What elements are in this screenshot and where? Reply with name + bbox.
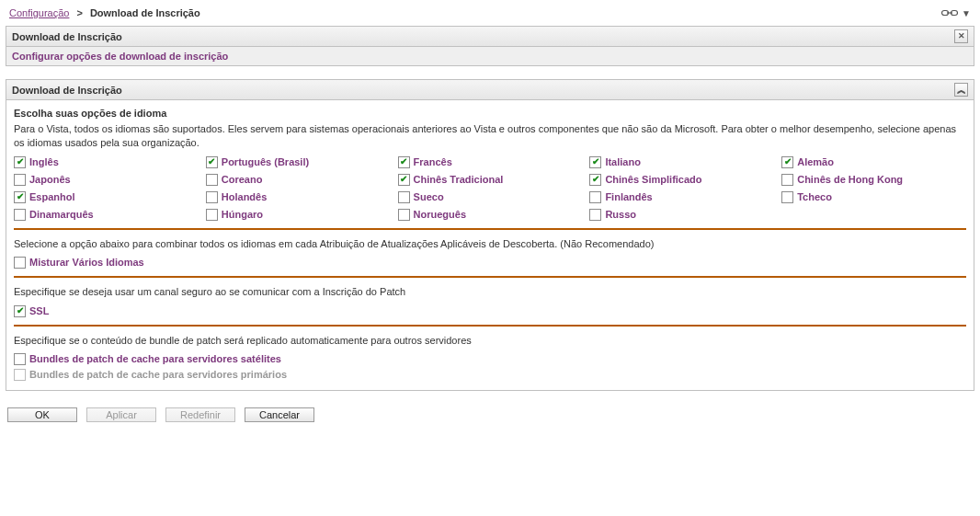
combine-description: Selecione a opção abaixo para combinar t…: [14, 237, 966, 251]
language-checkbox[interactable]: Francês: [398, 156, 583, 168]
language-label: Holandês: [222, 191, 268, 202]
language-checkbox[interactable]: Alemão: [781, 156, 966, 168]
ssl-checkbox[interactable]: SSL: [14, 305, 966, 317]
language-label: Chinês de Hong Kong: [797, 174, 903, 185]
checkbox-icon: [14, 369, 26, 381]
language-label: Alemão: [797, 156, 834, 167]
dropdown-caret-icon[interactable]: ▼: [962, 8, 971, 18]
language-description: Para o Vista, todos os idiomas são supor…: [14, 122, 966, 151]
language-checkbox[interactable]: Tcheco: [781, 191, 966, 203]
close-icon[interactable]: [954, 29, 968, 43]
language-label: Sueco: [414, 191, 444, 202]
button-row: OK Aplicar Redefinir Cancelar: [6, 404, 974, 426]
checkbox-icon: [398, 191, 410, 203]
reset-button[interactable]: Redefinir: [165, 407, 235, 422]
language-label: Espanhol: [29, 191, 75, 202]
main-panel: Download de Inscrição Escolha suas opçõe…: [6, 79, 974, 391]
bundle-label: Bundles de patch de cache para servidore…: [29, 369, 287, 380]
checkbox-icon: [398, 174, 410, 186]
language-grid: InglêsPortuguês (Brasil)FrancêsItalianoA…: [14, 156, 966, 221]
language-label: Dinamarquês: [29, 209, 94, 220]
language-checkbox[interactable]: Russo: [589, 209, 774, 221]
breadcrumb: Configuração > Download de Inscrição ▼: [6, 6, 974, 26]
language-label: Inglês: [29, 156, 59, 167]
language-label: Chinês Simplificado: [605, 174, 701, 185]
language-checkbox[interactable]: Norueguês: [398, 209, 583, 221]
ssl-description: Especifique se deseja usar um canal segu…: [14, 285, 966, 299]
ok-button[interactable]: OK: [7, 407, 77, 422]
checkbox-icon: [14, 191, 26, 203]
checkbox-icon: [14, 156, 26, 168]
mix-languages-checkbox[interactable]: Misturar Vários Idiomas: [14, 257, 966, 269]
checkbox-icon: [14, 174, 26, 186]
mix-languages-label: Misturar Vários Idiomas: [29, 257, 144, 268]
language-label: Húngaro: [222, 209, 263, 220]
checkbox-icon: [206, 191, 218, 203]
language-label: Finlandês: [605, 191, 652, 202]
divider: [14, 325, 966, 327]
language-label: Russo: [605, 209, 636, 220]
language-checkbox[interactable]: Holandês: [206, 191, 391, 203]
language-label: Chinês Tradicional: [414, 174, 504, 185]
language-checkbox[interactable]: Chinês Simplificado: [589, 174, 774, 186]
bundle-label: Bundles de patch de cache para servidore…: [29, 353, 281, 364]
language-checkbox[interactable]: Italiano: [589, 156, 774, 168]
cancel-button[interactable]: Cancelar: [245, 407, 314, 422]
apply-button[interactable]: Aplicar: [86, 407, 156, 422]
description-panel-title: Download de Inscrição: [12, 31, 122, 42]
checkbox-icon: [781, 191, 793, 203]
language-label: Norueguês: [414, 209, 466, 220]
checkbox-icon: [589, 174, 601, 186]
checkbox-icon: [781, 156, 793, 168]
divider: [14, 228, 966, 230]
checkbox-icon: [589, 209, 601, 221]
checkbox-icon: [206, 174, 218, 186]
language-checkbox[interactable]: Japonês: [14, 174, 199, 186]
checkbox-icon: [589, 191, 601, 203]
checkbox-icon: [14, 353, 26, 365]
bundle-checkbox: Bundles de patch de cache para servidore…: [14, 369, 966, 381]
language-checkbox[interactable]: Coreano: [206, 174, 391, 186]
breadcrumb-separator: >: [76, 7, 82, 18]
language-checkbox[interactable]: Espanhol: [14, 191, 199, 203]
checkbox-icon: [206, 209, 218, 221]
language-heading: Escolha suas opções de idioma: [14, 108, 966, 119]
collapse-icon[interactable]: [954, 83, 968, 97]
checkbox-icon: [14, 305, 26, 317]
language-label: Italiano: [605, 156, 641, 167]
language-label: Português (Brasil): [222, 156, 309, 167]
language-checkbox[interactable]: Português (Brasil): [206, 156, 391, 168]
bundle-description: Especifique se o conteúdo de bundle de p…: [14, 334, 966, 348]
breadcrumb-parent-link[interactable]: Configuração: [9, 7, 69, 18]
description-panel-header: Download de Inscrição: [6, 27, 974, 47]
bundle-checkbox[interactable]: Bundles de patch de cache para servidore…: [14, 353, 966, 365]
checkbox-icon: [14, 257, 26, 269]
main-panel-header: Download de Inscrição: [6, 80, 974, 100]
language-label: Francês: [414, 156, 452, 167]
checkbox-icon: [14, 209, 26, 221]
language-checkbox[interactable]: Chinês de Hong Kong: [781, 174, 966, 186]
language-label: Tcheco: [797, 191, 832, 202]
breadcrumb-current: Download de Inscrição: [90, 7, 200, 18]
language-checkbox[interactable]: Sueco: [398, 191, 583, 203]
divider: [14, 276, 966, 278]
language-checkbox[interactable]: Chinês Tradicional: [398, 174, 583, 186]
language-checkbox[interactable]: Finlandês: [589, 191, 774, 203]
checkbox-icon: [398, 209, 410, 221]
description-panel-subtitle: Configurar opções de download de inscriç…: [6, 47, 974, 65]
language-checkbox[interactable]: Inglês: [14, 156, 199, 168]
ssl-label: SSL: [29, 305, 49, 316]
link-icon[interactable]: [941, 8, 958, 17]
main-panel-title: Download de Inscrição: [12, 85, 122, 96]
language-label: Japonês: [29, 174, 71, 185]
description-panel: Download de Inscrição Configurar opções …: [6, 26, 974, 66]
language-label: Coreano: [222, 174, 263, 185]
checkbox-icon: [206, 156, 218, 168]
checkbox-icon: [589, 156, 601, 168]
checkbox-icon: [398, 156, 410, 168]
language-checkbox[interactable]: Dinamarquês: [14, 209, 199, 221]
checkbox-icon: [781, 174, 793, 186]
language-checkbox[interactable]: Húngaro: [206, 209, 391, 221]
